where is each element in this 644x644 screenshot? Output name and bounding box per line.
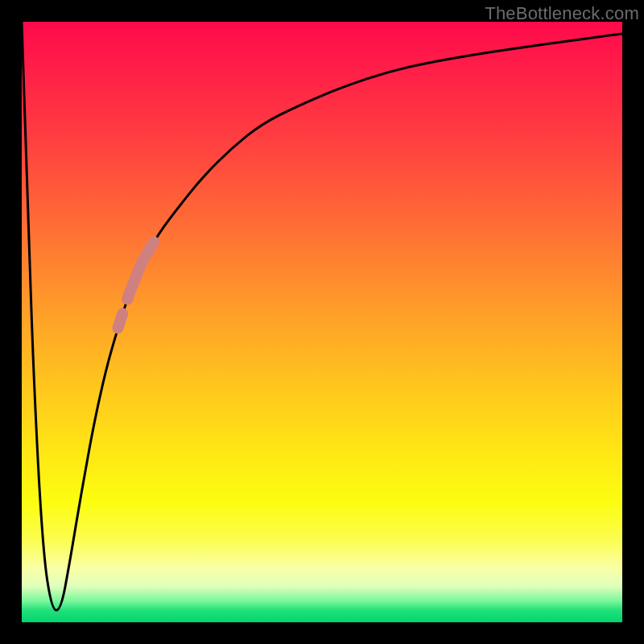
highlight-band-lower — [118, 314, 122, 328]
curve-layer — [22, 22, 622, 622]
chart-frame: TheBottleneck.com — [0, 0, 644, 644]
bottleneck-curve — [22, 22, 622, 610]
watermark-text: TheBottleneck.com — [485, 3, 639, 24]
highlight-band-upper — [127, 242, 154, 299]
plot-area — [22, 22, 622, 622]
